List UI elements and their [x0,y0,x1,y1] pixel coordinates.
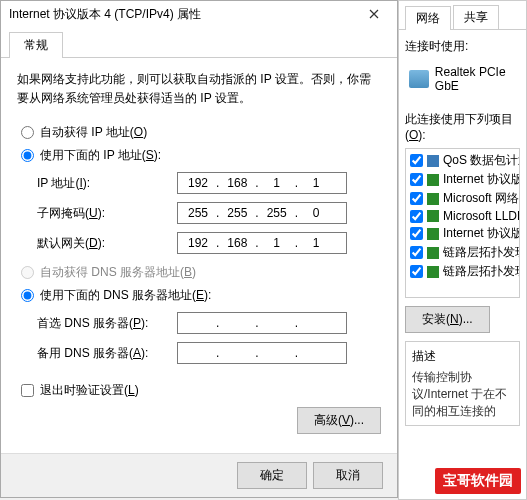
protocol-icon [427,228,439,240]
description-box: 描述 传输控制协议/Internet 于在不同的相互连接的 [405,341,520,426]
ip-address-input[interactable]: . . . [177,172,347,194]
parent-properties-window: 网络 共享 连接时使用: Realtek PCIe GbE 此连接使用下列项目(… [398,0,527,500]
list-item[interactable]: Internet 协议版本 [408,224,517,243]
dns-alt-oct-4[interactable] [300,346,332,360]
validate-label: 退出时验证设置(L) [40,382,139,399]
dialog-buttons: 确定 取消 [1,453,397,497]
list-item[interactable]: Microsoft LLDP [408,208,517,224]
subnet-label: 子网掩码(U): [37,205,177,222]
radio-ip-auto-row[interactable]: 自动获得 IP 地址(O) [17,124,381,141]
list-item[interactable]: 链路层拓扑发现 [408,262,517,281]
ip-oct-2[interactable] [221,176,253,190]
gateway-oct-1[interactable] [182,236,214,250]
subnet-oct-1[interactable] [182,206,214,220]
ipv4-properties-dialog: Internet 协议版本 4 (TCP/IPv4) 属性 常规 如果网络支持此… [0,0,398,498]
list-item-label: Internet 协议版本 [443,171,520,188]
validate-checkbox[interactable] [21,384,34,397]
list-item-label: 链路层拓扑发现 [443,263,520,280]
protocol-icon [427,155,439,167]
list-item-checkbox[interactable] [410,246,423,259]
protocol-icon [427,266,439,278]
ip-address-label: IP 地址(I): [37,175,177,192]
list-item-checkbox[interactable] [410,154,423,167]
validate-row[interactable]: 退出时验证设置(L) [17,382,381,399]
adapter-box: Realtek PCIe GbE [405,61,520,97]
gateway-oct-3[interactable] [261,236,293,250]
tab-general[interactable]: 常规 [9,32,63,58]
list-item-label: Internet 协议版本 [443,225,520,242]
subnet-oct-2[interactable] [221,206,253,220]
cancel-button[interactable]: 取消 [313,462,383,489]
watermark: 宝哥软件园 [433,466,523,496]
network-items-list[interactable]: QoS 数据包计划Internet 协议版本Microsoft 网络适Micro… [405,148,520,298]
items-label: 此连接使用下列项目(O): [405,111,520,142]
description-text: 如果网络支持此功能，则可以获取自动指派的 IP 设置。否则，你需要从网络系统管理… [17,70,381,108]
ip-oct-4[interactable] [300,176,332,190]
tab-network[interactable]: 网络 [405,6,451,30]
radio-ip-manual-row[interactable]: 使用下面的 IP 地址(S): [17,147,381,164]
list-item-checkbox[interactable] [410,227,423,240]
radio-ip-auto-label: 自动获得 IP 地址(O) [40,124,147,141]
dns-alt-oct-1[interactable] [182,346,214,360]
adapter-name: Realtek PCIe GbE [435,65,516,93]
protocol-icon [427,210,439,222]
titlebar: Internet 协议版本 4 (TCP/IPv4) 属性 [1,1,397,27]
close-icon [369,9,379,19]
radio-dns-auto [21,266,34,279]
protocol-icon [427,247,439,259]
list-item[interactable]: Microsoft 网络适 [408,189,517,208]
advanced-button[interactable]: 高级(V)... [297,407,381,434]
subnet-oct-4[interactable] [300,206,332,220]
description-title: 描述 [412,348,513,365]
gateway-label: 默认网关(D): [37,235,177,252]
close-button[interactable] [359,3,389,25]
list-item-label: QoS 数据包计划 [443,152,520,169]
ip-oct-1[interactable] [182,176,214,190]
dialog-tabs: 常规 [1,27,397,58]
dialog-title: Internet 协议版本 4 (TCP/IPv4) 属性 [9,6,201,23]
protocol-icon [427,193,439,205]
list-item[interactable]: QoS 数据包计划 [408,151,517,170]
dns-pref-oct-2[interactable] [221,316,253,330]
list-item-label: Microsoft 网络适 [443,190,520,207]
list-item-checkbox[interactable] [410,173,423,186]
protocol-icon [427,174,439,186]
subnet-oct-3[interactable] [261,206,293,220]
radio-dns-manual[interactable] [21,289,34,302]
radio-ip-manual-label: 使用下面的 IP 地址(S): [40,147,161,164]
adapter-icon [409,70,429,88]
list-item-checkbox[interactable] [410,210,423,223]
dns-alt-oct-2[interactable] [221,346,253,360]
gateway-input[interactable]: . . . [177,232,347,254]
subnet-input[interactable]: . . . [177,202,347,224]
list-item[interactable]: 链路层拓扑发现 [408,243,517,262]
ip-oct-3[interactable] [261,176,293,190]
radio-ip-auto[interactable] [21,126,34,139]
dns-pref-oct-1[interactable] [182,316,214,330]
gateway-oct-4[interactable] [300,236,332,250]
radio-dns-auto-label: 自动获得 DNS 服务器地址(B) [40,264,196,281]
radio-dns-auto-row: 自动获得 DNS 服务器地址(B) [17,264,381,281]
list-item-label: Microsoft LLDP [443,209,520,223]
dns-alt-oct-3[interactable] [261,346,293,360]
dns-pref-label: 首选 DNS 服务器(P): [37,315,177,332]
dns-pref-oct-4[interactable] [300,316,332,330]
radio-ip-manual[interactable] [21,149,34,162]
install-button[interactable]: 安装(N)... [405,306,490,333]
dns-alt-label: 备用 DNS 服务器(A): [37,345,177,362]
dns-pref-input[interactable]: . . . [177,312,347,334]
list-item-checkbox[interactable] [410,192,423,205]
list-item[interactable]: Internet 协议版本 [408,170,517,189]
dns-alt-input[interactable]: . . . [177,342,347,364]
description-text: 传输控制协议/Internet 于在不同的相互连接的 [412,369,513,419]
ok-button[interactable]: 确定 [237,462,307,489]
list-item-label: 链路层拓扑发现 [443,244,520,261]
tab-share[interactable]: 共享 [453,5,499,29]
parent-tabs: 网络 共享 [399,1,526,30]
list-item-checkbox[interactable] [410,265,423,278]
dns-pref-oct-3[interactable] [261,316,293,330]
radio-dns-manual-label: 使用下面的 DNS 服务器地址(E): [40,287,211,304]
connect-using-label: 连接时使用: [405,38,520,55]
gateway-oct-2[interactable] [221,236,253,250]
radio-dns-manual-row[interactable]: 使用下面的 DNS 服务器地址(E): [17,287,381,304]
